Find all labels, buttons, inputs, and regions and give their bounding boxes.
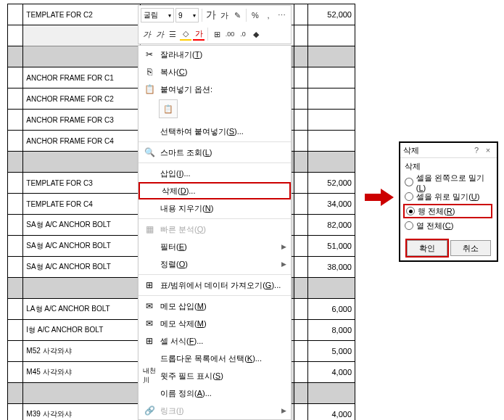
help-button[interactable]: ? [471,146,482,155]
close-button[interactable]: × [482,146,494,155]
cancel-button[interactable]: 취소 [450,240,491,256]
menu-sort[interactable]: 정렬(O) ▶ [139,255,291,273]
item-value[interactable] [308,278,355,299]
menu-define-name[interactable]: 이름 정의(A)... [139,384,291,402]
item-value[interactable]: 4,000 [308,362,355,383]
radio-entire-row[interactable]: 행 전체(R) [403,204,492,218]
decrease-font-icon[interactable]: 가 [218,9,230,21]
item-label[interactable]: I형 A/C ANCHOR BOLT [23,320,140,341]
item-label[interactable]: M39 사각와샤 [23,404,140,421]
item-value[interactable]: 52,000 [308,4,355,25]
menu-insert-memo[interactable]: ✉ 메모 삽입(M) [139,297,291,315]
item-label[interactable]: TEMPLATE FOR C3 [23,173,140,194]
memo-delete-icon: ✉ [143,318,156,329]
paste-option-clipboard[interactable]: 📋 [159,99,178,118]
more-icon[interactable]: ⋯ [276,9,287,21]
item-label[interactable] [23,152,140,173]
radio-icon [406,207,415,215]
memo-icon: ✉ [143,300,156,312]
item-value[interactable]: 52,000 [308,173,355,194]
radio-shift-left[interactable]: 셀을 왼쪽으로 밀기(L) [405,175,492,189]
borders-icon[interactable]: ⊞ [211,28,223,40]
menu-phonetic[interactable]: 내천川 윗주 필드 표시(S) [139,367,291,384]
menu-get-data[interactable]: ⊞ 표/범위에서 데이터 가져오기(G)... [139,276,291,294]
item-label[interactable] [23,383,140,404]
item-value[interactable]: 51,000 [308,236,355,257]
item-value[interactable] [308,25,355,46]
menu-quick-analysis: ▦ 빠른 분석(Q) [139,221,291,238]
item-label[interactable]: ANCHOR FRAME FOR C3 [23,110,140,131]
item-label[interactable]: M52 사각와샤 [23,341,140,362]
menu-delete-memo[interactable]: ✉ 메모 삭제(M) [139,315,291,332]
menu-delete[interactable]: 삭제(D)... [139,182,291,199]
item-value[interactable] [308,46,355,67]
item-label[interactable]: SA형 A/C ANCHOR BOLT [23,257,140,278]
item-label[interactable] [23,278,140,299]
item-label[interactable] [23,46,140,67]
bold-icon[interactable]: 가 [141,28,152,40]
font-color-icon[interactable]: 가 [193,28,205,41]
radio-entire-column[interactable]: 열 전체(C) [405,218,492,233]
radio-shift-up[interactable]: 셀을 위로 밀기(U) [405,189,492,204]
item-label[interactable]: TEMPLATE FOR C2 [23,4,140,25]
border-icon[interactable]: ☰ [167,28,178,40]
item-value[interactable]: 6,000 [308,299,355,320]
italic-icon[interactable]: 가 [154,28,165,40]
font-size-selector[interactable]: 9▾ [175,8,199,22]
menu-smart-lookup[interactable]: 🔍 스마트 조회(L) [139,144,291,161]
radio-icon [405,192,413,201]
item-label[interactable]: ANCHOR FRAME FOR C4 [23,131,140,152]
fill-color-icon[interactable]: ◇ [180,28,191,41]
menu-cut[interactable]: ✂ 잘라내기(T) [139,46,291,63]
copy-icon: ⎘ [143,66,156,78]
dialog-titlebar: 삭제 ? × [400,143,497,158]
item-label[interactable]: SA형 A/C ANCHOR BOLT [23,236,140,257]
comma-icon[interactable]: , [263,9,274,21]
percent-icon[interactable]: % [249,9,261,21]
magnifier-icon: 🔍 [143,147,156,158]
item-label[interactable]: ANCHOR FRAME FOR C1 [23,67,140,88]
item-value[interactable] [308,110,355,131]
item-value[interactable]: 8,000 [308,320,355,341]
decimal-decrease-icon[interactable]: .00 [224,28,236,40]
menu-clear[interactable]: 내용 지우기(N) [139,199,291,217]
item-value[interactable]: 4,000 [308,404,355,421]
item-value[interactable] [308,88,355,110]
menu-insert[interactable]: 삽입(I)... [139,165,291,182]
item-label[interactable]: M45 사각와샤 [23,362,140,383]
font-selector[interactable]: 굴림▾ [141,8,174,22]
item-label[interactable] [23,25,140,46]
mini-toolbar: 굴림▾ 9▾ 가 가 ✎ % , ⋯ 가 가 ☰ ◇ 가 ⊞ .00 .0 ◆ [138,5,292,44]
format-painter-icon[interactable]: ✎ [231,9,243,21]
link-icon: 🔗 [143,405,156,416]
item-value[interactable] [308,67,355,88]
svg-marker-0 [365,189,394,206]
menu-paste-special[interactable]: 선택하여 붙여넣기(S)... [139,123,291,140]
item-value[interactable]: 38,000 [308,257,355,278]
clear-format-icon[interactable]: ◆ [250,28,262,40]
submenu-arrow-icon: ▶ [281,260,286,268]
dialog-label: 삭제 [405,161,492,172]
item-value[interactable]: 34,000 [308,194,355,215]
item-label[interactable]: SA형 A/C ANCHOR BOLT [23,215,140,236]
increase-font-icon[interactable]: 가 [205,9,217,21]
menu-dropdown-select[interactable]: 드롭다운 목록에서 선택(K)... [139,350,291,367]
item-value[interactable]: 82,000 [308,215,355,236]
submenu-arrow-icon: ▶ [281,407,286,414]
item-value[interactable] [308,131,355,152]
menu-format-cells[interactable]: ⊞ 셀 서식(F)... [139,332,291,350]
delete-dialog: 삭제 ? × 삭제 셀을 왼쪽으로 밀기(L) 셀을 위로 밀기(U) 행 전체… [399,141,498,262]
item-label[interactable]: TEMPLATE FOR C4 [23,194,140,215]
ok-button[interactable]: 확인 [407,240,447,256]
menu-filter[interactable]: 필터(E) ▶ [139,238,291,255]
format-icon: ⊞ [143,335,156,347]
item-label[interactable]: ANCHOR FRAME FOR C2 [23,88,140,110]
radio-icon [405,221,413,230]
menu-copy[interactable]: ⎘ 복사(C) [139,63,291,81]
item-label[interactable]: LA형 A/C ANCHOR BOLT [23,299,140,320]
item-value[interactable] [308,383,355,404]
cut-icon: ✂ [143,49,156,60]
item-value[interactable] [308,152,355,173]
decimal-increase-icon[interactable]: .0 [237,28,249,40]
item-value[interactable]: 5,000 [308,341,355,362]
